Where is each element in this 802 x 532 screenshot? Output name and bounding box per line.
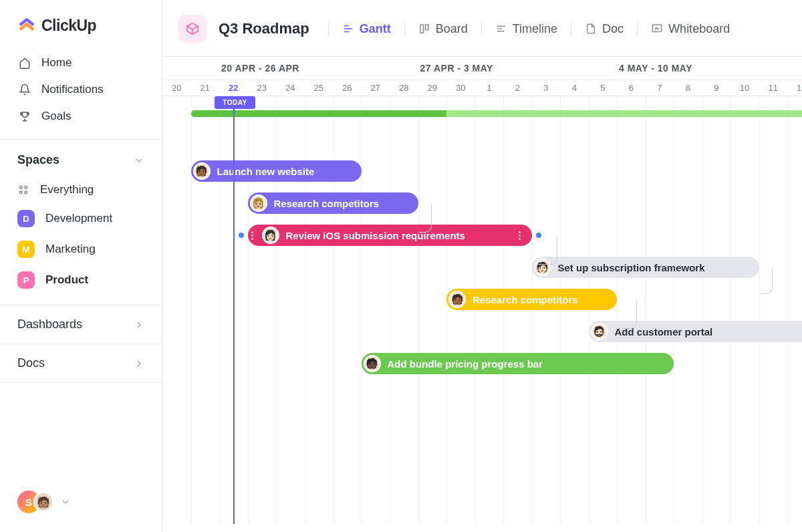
tab-label: Timeline — [513, 22, 557, 36]
docs-section[interactable]: Docs — [0, 344, 162, 383]
space-everything[interactable]: Everything — [0, 176, 162, 203]
drag-handle-icon[interactable] — [250, 231, 255, 240]
space-badge: M — [17, 241, 35, 258]
grid-line — [390, 96, 390, 524]
user-avatar-photo[interactable]: 🧑🏽 — [33, 492, 53, 512]
clickup-logo-icon — [17, 16, 36, 35]
grid-line — [674, 96, 674, 524]
assignee-avatar[interactable]: 🧔🏻 — [591, 323, 608, 340]
dependency-line — [617, 299, 637, 329]
space-list: Everything D Development M Marketing P P… — [0, 176, 162, 305]
gantt-view: 20 APR - 26 APR27 APR - 3 MAY4 MAY - 10 … — [162, 56, 802, 532]
day-cell[interactable]: 10 — [730, 83, 759, 93]
dependency-line — [759, 267, 773, 294]
day-cell[interactable]: 22 — [219, 83, 248, 93]
day-cell[interactable]: 3 — [532, 83, 561, 93]
svg-rect-8 — [425, 25, 428, 30]
day-cell[interactable]: 2 — [503, 83, 532, 93]
grid-line — [787, 96, 788, 524]
day-cell[interactable]: 11 — [759, 83, 788, 93]
nav-home[interactable]: Home — [0, 49, 162, 76]
svg-point-0 — [19, 186, 22, 188]
bell-icon — [19, 84, 31, 96]
logo[interactable]: ClickUp — [0, 0, 162, 47]
dependency-dot[interactable] — [239, 233, 244, 238]
space-marketing[interactable]: M Marketing — [0, 234, 162, 265]
divider — [481, 21, 482, 36]
day-cell[interactable]: 24 — [276, 83, 305, 93]
divider — [571, 21, 571, 36]
day-cell[interactable]: 26 — [333, 83, 362, 93]
assignee-avatar[interactable]: 👩🏻 — [262, 227, 279, 244]
gantt-task[interactable]: 🧑🏾Launch new website — [191, 160, 362, 182]
trophy-icon — [19, 110, 31, 122]
assignee-avatar[interactable]: 🧑🏾 — [193, 162, 211, 180]
task-label: Research competitors — [473, 294, 578, 305]
space-development[interactable]: D Development — [0, 203, 162, 234]
tab-board[interactable]: Board — [417, 19, 469, 39]
chevron-down-icon[interactable] — [60, 497, 71, 507]
day-cell[interactable]: 27 — [362, 83, 390, 93]
sidebar: ClickUp Home Notifications Goals Spaces — [0, 0, 162, 532]
gantt-task[interactable]: 🧑🏿Add bundle pricing progress bar — [362, 353, 674, 374]
gantt-icon — [342, 23, 354, 35]
page-icon[interactable] — [178, 15, 207, 43]
tab-whiteboard[interactable]: Whiteboard — [650, 19, 731, 39]
space-label: Product — [45, 273, 88, 287]
day-cell[interactable]: 20 — [162, 83, 191, 93]
brand-name: ClickUp — [41, 17, 96, 35]
assignee-avatar[interactable]: 🧑🏿 — [364, 355, 381, 372]
day-cell[interactable]: 28 — [390, 83, 418, 93]
gantt-task[interactable]: 🧑🏾Research competitors — [446, 289, 617, 310]
nav-goals[interactable]: Goals — [0, 103, 162, 130]
chevron-right-icon — [134, 319, 144, 330]
gantt-task[interactable]: 🧑🏻Set up subscription framework — [532, 257, 759, 278]
svg-point-3 — [25, 191, 27, 194]
whiteboard-icon — [651, 23, 663, 35]
gantt-task[interactable]: 👩🏻Review iOS submission requirements — [248, 225, 532, 246]
day-cell[interactable]: 21 — [191, 83, 220, 93]
tab-doc[interactable]: Doc — [583, 19, 625, 39]
day-cell[interactable]: 12 — [787, 83, 802, 93]
day-cell[interactable]: 7 — [646, 83, 674, 93]
spaces-header[interactable]: Spaces — [0, 140, 162, 176]
tab-timeline[interactable]: Timeline — [494, 19, 559, 39]
day-cell[interactable]: 9 — [702, 83, 731, 93]
chevron-down-icon — [134, 155, 144, 166]
task-label: Set up subscription framework — [558, 262, 705, 273]
week-row: 20 APR - 26 APR27 APR - 3 MAY4 MAY - 10 … — [162, 57, 802, 80]
day-cell[interactable]: 6 — [617, 83, 646, 93]
assignee-avatar[interactable]: 🧑🏾 — [448, 291, 466, 308]
gantt-task[interactable]: 👩🏼Research competitors — [248, 192, 418, 214]
today-line: TODAY — [233, 96, 235, 524]
day-cell[interactable]: 23 — [248, 83, 277, 93]
day-cell[interactable]: 29 — [418, 83, 447, 93]
day-cell[interactable]: 8 — [674, 83, 702, 93]
grid-line — [162, 96, 163, 524]
today-badge: TODAY — [215, 96, 255, 109]
space-label: Development — [45, 212, 112, 225]
svg-point-1 — [25, 186, 27, 188]
gantt-body[interactable]: TODAY🧑🏾Launch new website👩🏼Research comp… — [162, 96, 802, 524]
tab-label: Whiteboard — [668, 22, 730, 36]
docs-label: Docs — [17, 356, 45, 370]
dashboards-section[interactable]: Dashboards — [0, 305, 162, 344]
assignee-avatar[interactable]: 👩🏼 — [250, 194, 267, 212]
topbar: Q3 Roadmap Gantt Board Timeline Doc — [162, 0, 802, 56]
day-cell[interactable]: 30 — [446, 83, 475, 93]
day-cell[interactable]: 25 — [305, 83, 333, 93]
page-title: Q3 Roadmap — [219, 20, 309, 37]
divider — [637, 21, 638, 36]
day-cell[interactable]: 1 — [475, 83, 504, 93]
space-product[interactable]: P Product — [0, 265, 162, 295]
task-label: Review iOS submission requirements — [286, 230, 465, 241]
drag-handle-icon[interactable] — [517, 231, 523, 240]
everything-icon — [17, 184, 29, 196]
day-cell[interactable]: 5 — [589, 83, 618, 93]
home-icon — [19, 57, 31, 69]
nav-notifications[interactable]: Notifications — [0, 76, 162, 103]
box-icon — [185, 21, 200, 36]
day-cell[interactable]: 4 — [560, 83, 589, 93]
task-label: Research competitors — [274, 198, 380, 209]
tab-gantt[interactable]: Gantt — [341, 19, 392, 39]
